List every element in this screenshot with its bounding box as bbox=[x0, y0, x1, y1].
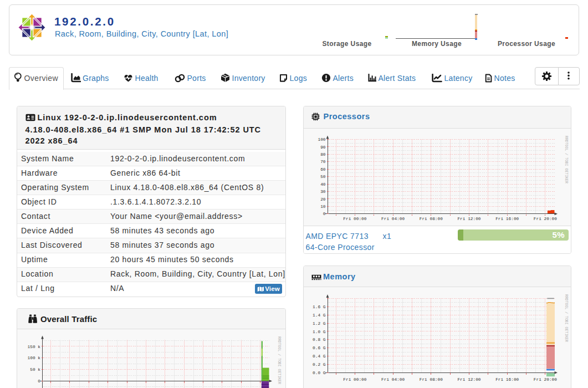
svg-text:0.6 G: 0.6 G bbox=[313, 346, 326, 350]
svg-text:1.2 G: 1.2 G bbox=[313, 321, 326, 326]
svg-text:Fri 00:00: Fri 00:00 bbox=[343, 217, 366, 221]
svg-text:20: 20 bbox=[320, 197, 326, 202]
svg-text:40: 40 bbox=[320, 182, 326, 187]
svg-text:50: 50 bbox=[320, 175, 326, 179]
svg-text:100 k: 100 k bbox=[28, 356, 41, 360]
svg-text:Fri 00:00: Fri 00:00 bbox=[343, 377, 366, 382]
svg-text:Fri 12:00: Fri 12:00 bbox=[457, 217, 480, 221]
svg-text:0.0 G: 0.0 G bbox=[313, 371, 326, 375]
svg-text:Fri 08:00: Fri 08:00 bbox=[420, 217, 443, 221]
svg-text:0: 0 bbox=[323, 212, 326, 216]
svg-text:Fri 16:00: Fri 16:00 bbox=[495, 217, 519, 221]
svg-text:80: 80 bbox=[320, 152, 326, 157]
svg-text:Fri 12:00: Fri 12:00 bbox=[457, 377, 480, 382]
svg-text:50 k: 50 k bbox=[30, 367, 40, 372]
svg-text:Fri 20:00: Fri 20:00 bbox=[534, 217, 557, 221]
svg-text:Fri 08:00: Fri 08:00 bbox=[420, 377, 443, 382]
svg-text:Fri 16:00: Fri 16:00 bbox=[495, 377, 519, 382]
svg-text:30: 30 bbox=[320, 190, 326, 194]
svg-text:0.8 G: 0.8 G bbox=[313, 338, 326, 342]
svg-text:10: 10 bbox=[320, 205, 326, 209]
svg-text:Fri 04:00: Fri 04:00 bbox=[381, 217, 405, 221]
svg-text:0.2 G: 0.2 G bbox=[313, 363, 326, 367]
svg-text:1.6 G: 1.6 G bbox=[313, 305, 326, 309]
svg-text:0: 0 bbox=[38, 379, 40, 384]
svg-text:Fri 04:00: Fri 04:00 bbox=[381, 377, 405, 382]
svg-text:100: 100 bbox=[318, 137, 325, 142]
svg-text:0.4 G: 0.4 G bbox=[313, 354, 326, 359]
svg-text:Fri 20:00: Fri 20:00 bbox=[534, 377, 557, 382]
svg-text:1.4 G: 1.4 G bbox=[313, 313, 326, 318]
svg-text:60: 60 bbox=[320, 167, 326, 172]
svg-text:1.0 G: 1.0 G bbox=[313, 330, 326, 334]
svg-text:90: 90 bbox=[320, 145, 326, 150]
svg-text:150 k: 150 k bbox=[28, 345, 41, 349]
svg-text:70: 70 bbox=[320, 160, 326, 164]
